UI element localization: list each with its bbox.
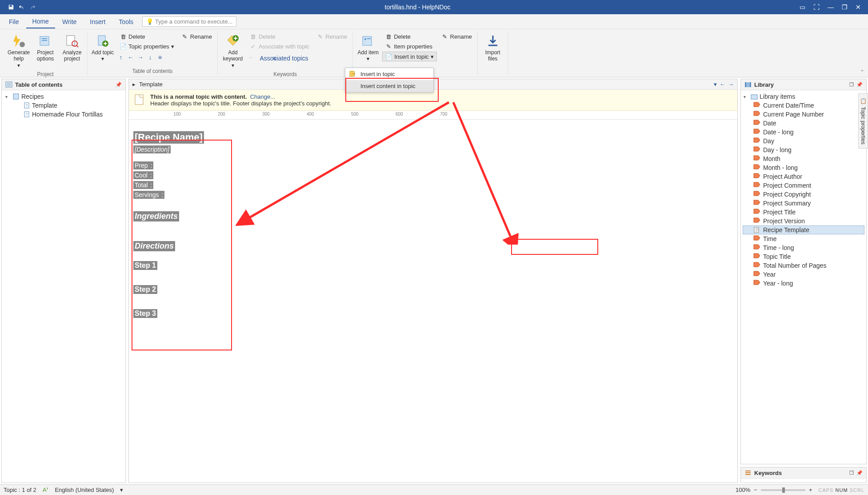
library-item[interactable]: Day: [743, 137, 864, 145]
document-area[interactable]: [Recipe Name] [Description] Prep: Cool: …: [129, 120, 737, 483]
library-item[interactable]: Date - long: [743, 128, 864, 137]
generate-help-button[interactable]: Generate help ▾: [6, 32, 31, 70]
arrow-right-icon[interactable]: →: [136, 53, 144, 61]
lib-delete-button[interactable]: 🗑Delete: [382, 32, 436, 41]
tree-item-template[interactable]: ? Template: [14, 101, 124, 110]
topic-properties-tab[interactable]: 📋 Topic properties: [858, 93, 868, 149]
arrow-up-icon[interactable]: ↑: [117, 53, 125, 61]
arrow-left-icon[interactable]: ←: [127, 53, 135, 61]
library-item[interactable]: Project Comment: [743, 181, 864, 190]
maximize-icon[interactable]: ❐: [842, 4, 848, 11]
doc-step2[interactable]: Step 2: [133, 285, 157, 294]
library-item[interactable]: Project Author: [743, 172, 864, 181]
tag-icon: [753, 271, 760, 278]
import-files-button[interactable]: Import files: [480, 32, 505, 64]
ribbon-opts-icon[interactable]: ▭: [800, 4, 805, 11]
add-item-button[interactable]: Add item▾: [356, 32, 380, 64]
tab-file[interactable]: File: [3, 16, 25, 28]
kw-associate-button[interactable]: ✓Associate with topic: [247, 42, 312, 51]
library-item[interactable]: Topic Title: [743, 252, 864, 261]
pin-icon[interactable]: 📌: [856, 82, 863, 88]
fullscreen-icon[interactable]: ⛶: [813, 4, 820, 11]
analyze-project-button[interactable]: Analyze project: [60, 32, 84, 64]
doc-prep[interactable]: Prep: [133, 161, 149, 169]
library-item[interactable]: Year - long: [743, 279, 864, 288]
library-item[interactable]: Project Version: [743, 217, 864, 225]
nav-dropdown-icon[interactable]: ▾: [714, 81, 717, 88]
lib-rename-button[interactable]: ✎Rename: [439, 32, 475, 41]
toc-rename-button[interactable]: ✎Rename: [179, 32, 215, 41]
toc-props-button[interactable]: 📄Topic properties ▾: [117, 42, 177, 51]
tab-insert[interactable]: Insert: [84, 16, 112, 28]
library-item[interactable]: Project Summary: [743, 199, 864, 208]
library-item[interactable]: Project Title: [743, 208, 864, 217]
menu-insert-content-in-topic[interactable]: Insert content in topic: [345, 80, 433, 92]
project-options-button[interactable]: Project options: [33, 32, 58, 64]
pin-icon[interactable]: 📌: [856, 470, 863, 476]
toc-delete-button[interactable]: 🗑Delete: [117, 32, 177, 41]
doc-servings[interactable]: Servings: [133, 191, 160, 199]
tab-write[interactable]: Write: [56, 16, 83, 28]
zoom-pct[interactable]: 100%: [736, 487, 750, 493]
library-item[interactable]: Time - long: [743, 243, 864, 252]
add-keyword-button[interactable]: Add keyword▾: [220, 32, 245, 70]
doc-total[interactable]: Total: [133, 181, 149, 189]
arrow-left-icon[interactable]: ←: [247, 53, 255, 61]
tab-home[interactable]: Home: [26, 15, 55, 28]
library-root[interactable]: ▾ Library items: [743, 92, 864, 101]
doc-desc[interactable]: [Description]: [133, 145, 171, 153]
breadcrumb-arrow-icon[interactable]: ▸: [132, 81, 136, 88]
kw-associated-button[interactable]: ≡Associated topics: [268, 53, 291, 63]
tree-root[interactable]: ▾ Recipes: [4, 92, 124, 101]
doc-step3[interactable]: Step 3: [133, 309, 157, 318]
library-item[interactable]: Current Page Number: [743, 110, 864, 119]
info-change-link[interactable]: Change...: [250, 93, 275, 100]
props-icon: 📄: [120, 43, 127, 50]
doc-step1[interactable]: Step 1: [133, 261, 157, 270]
library-item[interactable]: Recipe Template: [743, 225, 864, 234]
restore-icon[interactable]: ❐: [849, 470, 854, 476]
doc-title[interactable]: [Recipe Name]: [133, 131, 204, 144]
nav-back-icon[interactable]: ←: [720, 81, 725, 88]
library-item[interactable]: Date: [743, 119, 864, 128]
restore-icon[interactable]: ❐: [849, 82, 854, 88]
breadcrumb[interactable]: Template: [139, 81, 163, 88]
ruler[interactable]: 100 200 300 400 500 600 700: [129, 111, 737, 120]
undo-icon[interactable]: [19, 4, 25, 10]
pin-icon[interactable]: 📌: [116, 82, 122, 88]
tree-item-tortillas[interactable]: ? Homemade Flour Tortillas: [14, 110, 124, 119]
kw-delete-button[interactable]: 🗑Delete: [247, 32, 312, 41]
kw-rename-button[interactable]: ✎Rename: [314, 32, 350, 41]
library-item[interactable]: Year: [743, 270, 864, 279]
zoom-slider[interactable]: [761, 489, 805, 491]
close-icon[interactable]: ✕: [856, 4, 861, 11]
arrow-down-icon[interactable]: ↓: [146, 53, 154, 61]
redo-icon[interactable]: [29, 4, 36, 10]
status-lang[interactable]: English (United States): [55, 487, 114, 493]
expand-icon[interactable]: ▾: [744, 94, 749, 99]
library-item[interactable]: Current Date/Time: [743, 101, 864, 110]
expand-icon[interactable]: ▾: [5, 94, 11, 99]
zoom-in-icon[interactable]: +: [809, 487, 812, 493]
doc-ingredients[interactable]: Ingredients: [133, 211, 179, 221]
ribbon-collapse-icon[interactable]: ⌃: [860, 69, 864, 75]
minimize-icon[interactable]: —: [828, 4, 834, 11]
library-item[interactable]: Day - long: [743, 145, 864, 154]
library-item[interactable]: Month - long: [743, 163, 864, 172]
list-icon[interactable]: ≡: [156, 53, 164, 61]
lib-insert-button[interactable]: 📄Insert in topic ▾: [382, 52, 436, 61]
library-item[interactable]: Total Number of Pages: [743, 261, 864, 270]
lib-props-button[interactable]: ✎Item properties: [382, 42, 436, 51]
library-item[interactable]: Project Copyright: [743, 190, 864, 199]
doc-cool[interactable]: Cool: [133, 171, 149, 179]
library-item[interactable]: Time: [743, 234, 864, 243]
doc-directions[interactable]: Directions: [133, 241, 175, 251]
library-item[interactable]: Month: [743, 154, 864, 163]
nav-fwd-icon[interactable]: →: [728, 81, 734, 88]
menu-insert-in-topic[interactable]: Insert in topic: [345, 68, 433, 80]
save-icon[interactable]: [8, 4, 14, 10]
zoom-out-icon[interactable]: −: [754, 487, 757, 493]
add-topic-button[interactable]: Add topic▾: [90, 32, 115, 64]
command-search[interactable]: 💡 Type a command to execute...: [142, 16, 236, 27]
tab-tools[interactable]: Tools: [112, 16, 140, 28]
